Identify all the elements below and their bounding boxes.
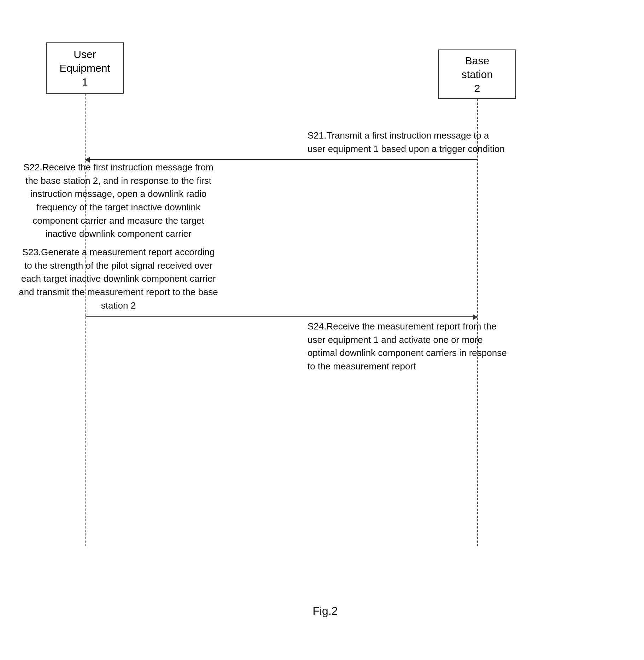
step-s21-label: S21.Transmit a first instruction message… — [308, 129, 505, 156]
step-s22-label: S22.Receive the first instruction messag… — [18, 161, 219, 241]
ue-box: User Equipment 1 — [46, 42, 124, 94]
step-s24-label: S24.Receive the measurement report from … — [308, 320, 509, 373]
figure-label: Fig.2 — [290, 604, 361, 618]
arrow-s23 — [86, 316, 477, 317]
arrow-s21 — [86, 159, 477, 160]
diagram: User Equipment 1 Base station 2 S21.Tran… — [0, 0, 644, 660]
step-s23-label: S23.Generate a measurement report accord… — [18, 246, 219, 312]
bs-box: Base station 2 — [438, 49, 516, 99]
